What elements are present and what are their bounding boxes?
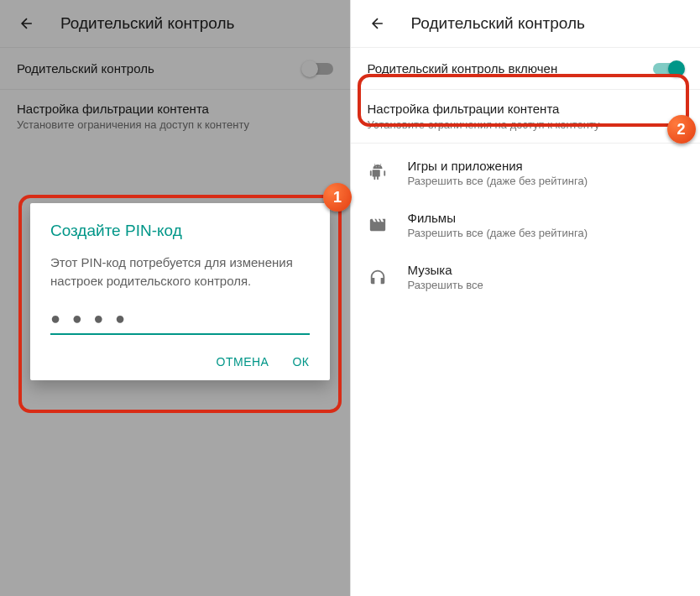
toggle-label: Родительский контроль включен bbox=[368, 61, 558, 76]
marker-2: 2 bbox=[667, 115, 696, 144]
movie-icon bbox=[368, 215, 388, 235]
dialog-actions: ОТМЕНА ОК bbox=[50, 355, 310, 369]
item-title: Фильмы bbox=[408, 211, 684, 225]
item-title: Музыка bbox=[408, 263, 684, 277]
marker-1: 1 bbox=[323, 183, 352, 212]
page-title: Родительский контроль bbox=[411, 14, 585, 33]
ok-button[interactable]: ОК bbox=[292, 355, 309, 369]
headphones-icon bbox=[368, 267, 388, 287]
filter-section: Настройка фильтрации контента Установите… bbox=[351, 90, 701, 143]
header: Родительский контроль bbox=[351, 0, 701, 47]
list-item-apps[interactable]: Игры и приложения Разрешить все (даже бе… bbox=[351, 147, 701, 199]
dialog-body: Этот PIN-код потребуется для изменения н… bbox=[50, 254, 310, 290]
list-item-movies[interactable]: Фильмы Разрешить все (даже без рейтинга) bbox=[351, 199, 701, 251]
item-sub: Разрешить все (даже без рейтинга) bbox=[408, 175, 684, 187]
cancel-button[interactable]: ОТМЕНА bbox=[217, 355, 269, 369]
item-sub: Разрешить все (даже без рейтинга) bbox=[408, 227, 684, 239]
phone-right: Родительский контроль Родительский контр… bbox=[351, 0, 701, 596]
item-title: Игры и приложения bbox=[408, 159, 684, 173]
pin-dialog: Создайте PIN-код Этот PIN-код потребуетс… bbox=[30, 203, 330, 380]
pin-input[interactable]: ● ● ● ● bbox=[50, 309, 310, 335]
filter-section-title: Настройка фильтрации контента bbox=[368, 102, 684, 116]
android-icon bbox=[368, 163, 388, 183]
back-arrow-icon[interactable] bbox=[368, 13, 388, 34]
parental-toggle-row[interactable]: Родительский контроль включен bbox=[351, 48, 701, 90]
filter-section-sub: Установите ограничения на доступ к конте… bbox=[368, 118, 684, 131]
item-sub: Разрешить все bbox=[408, 279, 684, 291]
list-item-music[interactable]: Музыка Разрешить все bbox=[351, 251, 701, 303]
phone-left: Родительский контроль Родительский контр… bbox=[0, 0, 351, 596]
dialog-title: Создайте PIN-код bbox=[50, 222, 310, 240]
toggle-switch[interactable] bbox=[653, 63, 683, 75]
